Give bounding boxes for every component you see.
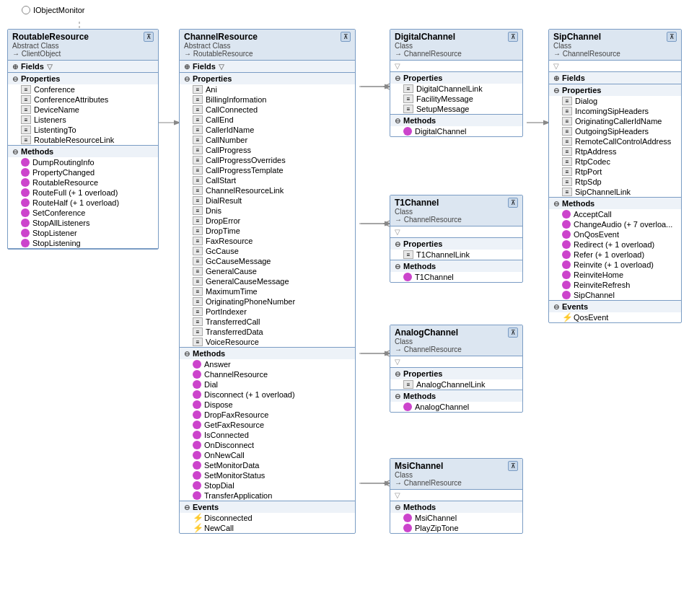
cr-prop-callconn: ≡CallConnected <box>180 105 355 115</box>
rr-prop-confattr: ≡ ConferenceAttributes <box>8 94 158 105</box>
routable-resource-collapse-btn[interactable]: ⊼ <box>144 32 154 42</box>
cr-prop-callprogtpl: ≡CallProgressTemplate <box>180 165 355 175</box>
cr-method-onnewcall: OnNewCall <box>180 450 355 460</box>
cr-event-newcall: ⚡ NewCall <box>180 523 355 533</box>
cr-fields-header[interactable]: ⊕ Fields ▽ <box>180 61 355 72</box>
t1-filter: ▽ <box>390 226 522 238</box>
dc-methods-header[interactable]: ⊖ Methods <box>390 115 522 126</box>
sip-props-header[interactable]: ⊖ Properties <box>549 84 681 96</box>
analog-methods-header[interactable]: ⊖ Methods <box>390 390 522 402</box>
rr-method-setconf: SetConference <box>8 208 158 218</box>
routable-resource-methods-header[interactable]: ⊖ Methods <box>8 146 158 157</box>
channel-resource-collapse-btn[interactable]: ⊼ <box>341 32 351 42</box>
dc-filter: ▽ <box>390 61 522 72</box>
cr-prop-ani: ≡Ani <box>180 84 355 94</box>
method-icon <box>21 219 30 227</box>
t1-channel-type: Class <box>395 208 462 216</box>
cr-events-section: ⊖ Events ⚡ Disconnected ⚡ NewCall <box>180 501 355 533</box>
sip-props-section: ⊖ Properties ≡Dialog ≡IncomingSipHeaders… <box>549 84 681 198</box>
sip-channel-type: Class <box>553 42 620 50</box>
analog-channel-collapse-btn[interactable]: ⊼ <box>508 327 518 338</box>
dc-props-header[interactable]: ⊖ Properties <box>390 72 522 84</box>
rr-method-routefull: RouteFull (+ 1 overload) <box>8 188 158 198</box>
iobject-circle-icon <box>22 6 30 14</box>
cr-events-header[interactable]: ⊖ Events <box>180 501 355 513</box>
sip-filter: ▽ <box>549 61 681 72</box>
sip-method-onqos: OnQosEvent <box>549 229 681 239</box>
cr-prop-gccause: ≡GcCause <box>180 246 355 256</box>
cr-methods-header[interactable]: ⊖ Methods <box>180 348 355 359</box>
cr-method-getfax: GetFaxResource <box>180 420 355 430</box>
cr-prop-callprogover: ≡CallProgressOverrides <box>180 155 355 165</box>
rr-method-propchanged: PropertyChanged <box>8 167 158 177</box>
routable-resource-props-header[interactable]: ⊖ Properties <box>8 73 158 84</box>
analog-channel-name: AnalogChannel <box>395 327 462 338</box>
analog-props-header[interactable]: ⊖ Properties <box>390 368 522 379</box>
methods-label: Methods <box>21 147 53 156</box>
analog-methods-section: ⊖ Methods AnalogChannel <box>390 390 522 412</box>
rr-method-dump: DumpRoutingInfo <box>8 157 158 167</box>
analog-prop-link: ≡AnalogChannelLink <box>390 379 522 390</box>
cr-prop-callprog: ≡CallProgress <box>180 145 355 155</box>
t1-methods-header[interactable]: ⊖ Methods <box>390 260 522 272</box>
t1-channel-collapse-btn[interactable]: ⊼ <box>508 198 518 208</box>
cr-prop-dnis: ≡Dnis <box>180 206 355 216</box>
sip-prop-insip: ≡IncomingSipHeaders <box>549 106 681 116</box>
cr-prop-callnum: ≡CallNumber <box>180 135 355 145</box>
analog-channel-box: AnalogChannel Class ChannelResource ⊼ ▽ … <box>390 325 523 413</box>
routable-resource-fields-header[interactable]: ⊕ Fields ▽ <box>8 61 158 72</box>
sip-methods-section: ⊖ Methods AcceptCall ChangeAudio (+ 7 ov… <box>549 198 681 301</box>
cr-props-header[interactable]: ⊖ Properties <box>180 73 355 84</box>
t1-props-section: ⊖ Properties ≡T1ChannelLink <box>390 238 522 260</box>
method-icon <box>21 178 30 187</box>
cr-events-label: Events <box>193 503 219 511</box>
sip-channel-collapse-btn[interactable]: ⊼ <box>667 32 677 42</box>
rr-method-stopall: StopAllListeners <box>8 218 158 228</box>
cr-prop-origphone: ≡OriginatingPhoneNumber <box>180 296 355 307</box>
cr-method-ondisc: OnDisconnect <box>180 440 355 450</box>
cr-prop-callerid: ≡CallerIdName <box>180 125 355 135</box>
cr-method-stopdial: StopDial <box>180 480 355 490</box>
sip-method-reinvrefresh: ReinviteRefresh <box>549 280 681 290</box>
event-icon: ⚡ <box>562 313 571 322</box>
msi-channel-type: Class <box>395 471 462 479</box>
rr-prop-conference: ≡ Conference <box>8 84 158 94</box>
rr-prop-link: ≡ RoutableResourceLink <box>8 135 158 145</box>
channel-resource-parent: RoutableResource <box>184 50 258 58</box>
t1-method: T1Channel <box>390 272 522 282</box>
cr-method-dispose: Dispose <box>180 400 355 410</box>
cr-fields-section: ⊕ Fields ▽ <box>180 61 355 73</box>
method-icon <box>21 168 30 177</box>
rr-method-routehalf: RouteHalf (+ 1 overload) <box>8 198 158 208</box>
dc-prop-setup: ≡SetupMessage <box>390 104 522 114</box>
cr-method-dropfax: DropFaxResource <box>180 410 355 420</box>
cr-props-section: ⊖ Properties ≡Ani ≡BillingInformation ≡C… <box>180 73 355 348</box>
event-icon: ⚡ <box>193 524 201 532</box>
sip-events-header[interactable]: ⊖ Events <box>549 301 681 312</box>
sip-prop-dialog: ≡Dialog <box>549 96 681 106</box>
sip-fields-header[interactable]: ⊕ Fields <box>549 72 681 84</box>
t1-props-header[interactable]: ⊖ Properties <box>390 238 522 250</box>
prop-icon: ≡ <box>21 105 31 114</box>
prop-icon: ≡ <box>21 95 31 104</box>
cr-event-disconnected: ⚡ Disconnected <box>180 513 355 523</box>
method-icon <box>21 158 30 167</box>
msi-channel-collapse-btn[interactable]: ⊼ <box>508 461 518 471</box>
sip-prop-rtpaddr: ≡RtpAddress <box>549 146 681 157</box>
cr-prop-droperr: ≡DropError <box>180 216 355 226</box>
msi-channel-parent: ChannelResource <box>395 479 462 487</box>
cr-method-disconnect: Disconnect (+ 1 overload) <box>180 390 355 400</box>
routable-resource-name: RoutableResource <box>12 32 89 42</box>
cr-method-transfer: TransferApplication <box>180 490 355 501</box>
t1-channel-header: T1Channel Class ChannelResource ⊼ <box>390 195 522 226</box>
cr-prop-callstart: ≡CallStart <box>180 175 355 185</box>
sip-methods-header[interactable]: ⊖ Methods <box>549 198 681 209</box>
digital-channel-collapse-btn[interactable]: ⊼ <box>508 32 518 42</box>
diagram-area: IObjectMonitor <box>0 0 689 606</box>
rr-method-routable: RoutableResource <box>8 177 158 188</box>
digital-channel-header: DigitalChannel Class ChannelResource ⊼ <box>390 30 522 61</box>
sip-channel-parent: ChannelResource <box>553 50 620 58</box>
prop-icon: ≡ <box>21 115 31 124</box>
msi-methods-header[interactable]: ⊖ Methods <box>390 501 522 513</box>
routable-resource-type: Abstract Class <box>12 42 89 50</box>
